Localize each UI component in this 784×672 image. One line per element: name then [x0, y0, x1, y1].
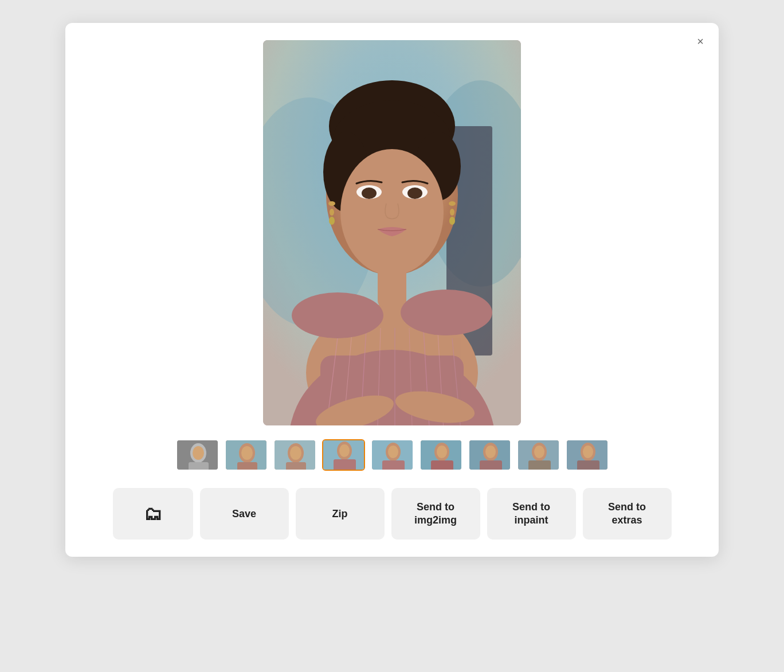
thumb-inner-8 [518, 440, 559, 470]
thumb-inner-9 [567, 440, 607, 470]
thumb-inner-3 [275, 440, 315, 470]
svg-point-55 [388, 446, 398, 458]
svg-point-59 [437, 446, 447, 458]
svg-point-31 [449, 201, 456, 206]
svg-rect-34 [378, 267, 406, 307]
svg-point-30 [329, 217, 335, 225]
main-image-area [83, 40, 701, 425]
thumbnail-5[interactable] [371, 439, 414, 471]
svg-rect-44 [237, 462, 257, 471]
thumbnail-4[interactable] [322, 439, 365, 471]
svg-point-39 [193, 446, 204, 460]
thumbnail-9[interactable] [566, 439, 609, 471]
send-inpaint-button[interactable]: Send to inpaint [487, 488, 576, 540]
svg-point-29 [330, 209, 334, 216]
modal-container: × [65, 23, 719, 557]
portrait-svg [263, 40, 521, 425]
svg-rect-56 [382, 460, 405, 471]
thumb-inner-5 [372, 440, 413, 470]
thumb-inner-1 [177, 440, 218, 470]
svg-point-33 [449, 217, 455, 225]
svg-point-47 [290, 446, 301, 460]
svg-point-35 [292, 292, 383, 338]
send-img2img-label: Send to img2img [414, 501, 457, 528]
close-button[interactable]: × [691, 32, 709, 50]
svg-point-27 [407, 187, 422, 199]
send-inpaint-label: Send to inpaint [512, 501, 550, 528]
toolbar: 🗂 Save Zip Send to img2img Send to inpai… [83, 488, 701, 540]
thumb-inner-7 [469, 440, 510, 470]
folder-icon: 🗂 [144, 503, 162, 525]
svg-rect-48 [286, 462, 306, 471]
send-extras-button[interactable]: Send to extras [583, 488, 672, 540]
thumbnail-6[interactable] [420, 439, 462, 471]
svg-point-28 [328, 201, 335, 206]
thumbnail-2[interactable] [225, 439, 268, 471]
svg-point-32 [450, 209, 454, 216]
svg-rect-60 [431, 460, 453, 471]
zip-label: Zip [332, 508, 348, 520]
send-img2img-button[interactable]: Send to img2img [391, 488, 480, 540]
svg-point-67 [534, 446, 544, 458]
svg-rect-64 [480, 460, 502, 471]
svg-rect-40 [189, 462, 209, 471]
main-image [263, 40, 521, 425]
thumbnail-3[interactable] [273, 439, 316, 471]
svg-point-36 [401, 290, 492, 335]
thumb-inner-2 [226, 440, 266, 470]
thumb-inner-6 [421, 440, 461, 470]
svg-point-71 [583, 446, 593, 458]
thumbnail-1[interactable] [176, 439, 219, 471]
modal-overlay: × [0, 0, 784, 672]
send-extras-label: Send to extras [608, 501, 646, 528]
svg-point-26 [362, 187, 377, 199]
zip-button[interactable]: Zip [296, 488, 385, 540]
svg-point-63 [485, 446, 496, 458]
svg-point-23 [340, 149, 444, 275]
svg-rect-72 [577, 460, 599, 471]
svg-point-43 [241, 446, 253, 460]
svg-rect-52 [334, 459, 356, 471]
open-folder-button[interactable]: 🗂 [113, 488, 193, 540]
thumb-inner-4 [323, 440, 364, 470]
thumbnails-row [83, 439, 701, 471]
thumbnail-7[interactable] [468, 439, 511, 471]
svg-point-51 [339, 444, 350, 457]
save-label: Save [232, 508, 256, 520]
svg-rect-68 [528, 460, 551, 471]
thumbnail-8[interactable] [517, 439, 560, 471]
save-button[interactable]: Save [200, 488, 289, 540]
